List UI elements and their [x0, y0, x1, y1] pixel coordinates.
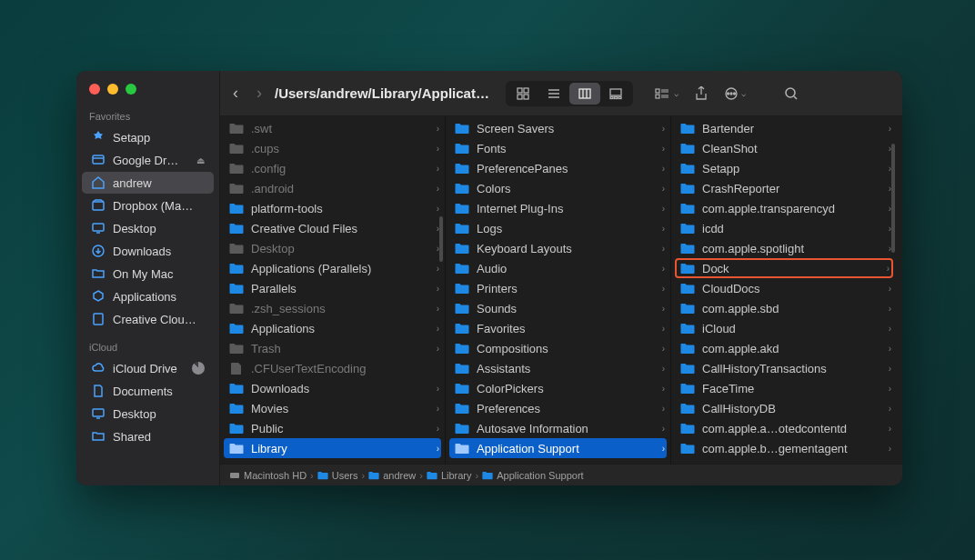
- folder-item[interactable]: Setapp›: [671, 158, 897, 178]
- folder-item[interactable]: com.apple.b…gementagent›: [671, 438, 897, 458]
- folder-item[interactable]: Screen Savers›: [446, 118, 670, 138]
- folder-item[interactable]: Application Support›: [449, 438, 667, 458]
- folder-item[interactable]: Favorites›: [446, 318, 670, 338]
- folder-item[interactable]: CallHistoryTransactions›: [671, 358, 897, 378]
- chevron-right-icon: ›: [437, 404, 439, 414]
- folder-item[interactable]: .cups›: [220, 138, 445, 158]
- item-label: .cups: [251, 142, 279, 155]
- folder-icon: [680, 263, 695, 275]
- folder-item[interactable]: Trash›: [220, 338, 445, 358]
- sidebar-item-applications[interactable]: Applications: [82, 285, 214, 307]
- column-2: Bartender›CleanShot›Setapp›CrashReporter…: [671, 116, 897, 464]
- folder-item[interactable]: Preferences›: [446, 398, 670, 418]
- minimize-button[interactable]: [107, 84, 118, 95]
- folder-item[interactable]: CrashReporter›: [671, 178, 897, 198]
- sidebar-item-desktop[interactable]: Desktop: [82, 403, 214, 425]
- folder-item[interactable]: Library›: [224, 438, 441, 458]
- folder-item[interactable]: Compositions›: [446, 338, 670, 358]
- path-label: Library: [441, 470, 472, 481]
- path-segment[interactable]: Users: [317, 470, 358, 481]
- folder-item[interactable]: Audio›: [446, 258, 670, 278]
- folder-item[interactable]: CallHistoryDB›: [671, 398, 897, 418]
- folder-item[interactable]: Printers›: [446, 278, 670, 298]
- folder-item[interactable]: Parallels›: [220, 278, 445, 298]
- folder-item[interactable]: platform-tools›: [220, 198, 445, 218]
- gallery-view-button[interactable]: [600, 83, 631, 105]
- favorites-heading: Favorites: [76, 107, 219, 125]
- folder-item[interactable]: iCloud›: [671, 318, 897, 338]
- folder-item[interactable]: .config›: [220, 158, 445, 178]
- folder-item[interactable]: ColorPickers›: [446, 378, 670, 398]
- folder-item[interactable]: FaceTime›: [671, 378, 897, 398]
- sidebar-item-desktop[interactable]: Desktop: [82, 217, 214, 239]
- folder-item[interactable]: com.apple.akd›: [671, 338, 897, 358]
- path-segment[interactable]: Macintosh HD: [229, 470, 307, 481]
- folder-item[interactable]: Keyboard Layouts›: [446, 238, 670, 258]
- folder-item[interactable]: FileProvider›: [671, 458, 897, 464]
- sidebar-item-creative-clou-[interactable]: Creative Clou…: [82, 308, 214, 330]
- sidebar-item-setapp[interactable]: Setapp: [82, 126, 214, 148]
- folder-item[interactable]: .android›: [220, 178, 445, 198]
- eject-icon[interactable]: ⏏: [196, 155, 205, 165]
- folder-item[interactable]: Movies›: [220, 398, 445, 418]
- folder-item[interactable]: Applications›: [220, 318, 445, 338]
- item-label: .swt: [251, 122, 272, 135]
- folder-item[interactable]: Sounds›: [446, 298, 670, 318]
- folder-item[interactable]: Colors›: [446, 178, 670, 198]
- folder-item[interactable]: .CFUserTextEncoding: [220, 358, 445, 378]
- folder-item[interactable]: com.apple.sbd›: [671, 298, 897, 318]
- sidebar-item-shared[interactable]: Shared: [82, 425, 214, 447]
- sidebar-item-google-dr-[interactable]: Google Dr…⏏: [82, 149, 214, 171]
- path-segment[interactable]: Library: [427, 470, 472, 481]
- group-button[interactable]: ⌵: [655, 87, 678, 100]
- shared-icon: [91, 429, 106, 444]
- folder-item[interactable]: icdd›: [671, 218, 897, 238]
- folder-item[interactable]: Autosave Information›: [446, 418, 670, 438]
- list-view-button[interactable]: [538, 83, 569, 105]
- search-button[interactable]: [784, 86, 799, 101]
- sidebar-item-icloud-drive[interactable]: iCloud Drive: [82, 357, 214, 379]
- folder-item[interactable]: CloudDocs›: [671, 278, 897, 298]
- path-segment[interactable]: Application Support: [482, 470, 583, 481]
- folder-item[interactable]: Assistants›: [446, 358, 670, 378]
- toolbar-right: ⌵ ⌵: [655, 86, 799, 101]
- folder-item[interactable]: com.apple.transparencyd›: [671, 198, 897, 218]
- svg-rect-0: [93, 155, 104, 164]
- folder-item[interactable]: Bartender›: [671, 118, 897, 138]
- folder-item[interactable]: com.apple.a…otedcontentd›: [671, 418, 897, 438]
- folder-item[interactable]: Downloads›: [220, 378, 445, 398]
- sidebar-item-documents[interactable]: Documents: [82, 380, 214, 402]
- folder-item[interactable]: .swt›: [220, 118, 445, 138]
- scrollbar[interactable]: [891, 144, 895, 253]
- item-label: Dock: [702, 262, 729, 275]
- sidebar-item-dropbox-ma-[interactable]: Dropbox (Ma…: [82, 195, 214, 216]
- sidebar-item-andrew[interactable]: andrew: [82, 172, 214, 194]
- window-title: /Users/andrew/Library/Applicati…: [275, 85, 493, 101]
- folder-item[interactable]: Desktop›: [220, 238, 445, 258]
- folder-item[interactable]: PreferencePanes›: [446, 158, 670, 178]
- item-label: FaceTime: [702, 382, 754, 395]
- sidebar-item-on-my-mac[interactable]: On My Mac: [82, 263, 214, 285]
- folder-item[interactable]: Fonts›: [446, 138, 670, 158]
- tags-button[interactable]: ⌵: [724, 86, 746, 101]
- path-segment[interactable]: andrew: [368, 470, 416, 481]
- close-button[interactable]: [89, 84, 100, 95]
- folder-item[interactable]: Internet Plug-Ins›: [446, 198, 670, 218]
- icon-view-button[interactable]: [508, 83, 538, 105]
- folder-item[interactable]: Public›: [220, 418, 445, 438]
- folder-item[interactable]: Creative Cloud Files›: [220, 218, 445, 238]
- folder-item[interactable]: Logs›: [446, 218, 670, 238]
- item-label: .CFUserTextEncoding: [251, 362, 366, 375]
- sidebar-item-downloads[interactable]: Downloads: [82, 240, 214, 262]
- share-button[interactable]: [695, 86, 708, 101]
- folder-item[interactable]: com.apple.spotlight›: [671, 238, 897, 258]
- folder-item[interactable]: CleanShot›: [671, 138, 897, 158]
- column-view-button[interactable]: [569, 83, 600, 105]
- back-button[interactable]: ‹: [233, 84, 238, 103]
- folder-item[interactable]: .zsh_sessions›: [220, 298, 445, 318]
- zoom-button[interactable]: [126, 84, 136, 95]
- folder-item[interactable]: Applications (Parallels)›: [220, 258, 445, 278]
- scrollbar[interactable]: [439, 216, 443, 262]
- folder-item[interactable]: Dock›: [675, 258, 893, 278]
- forward-button[interactable]: ›: [256, 84, 262, 103]
